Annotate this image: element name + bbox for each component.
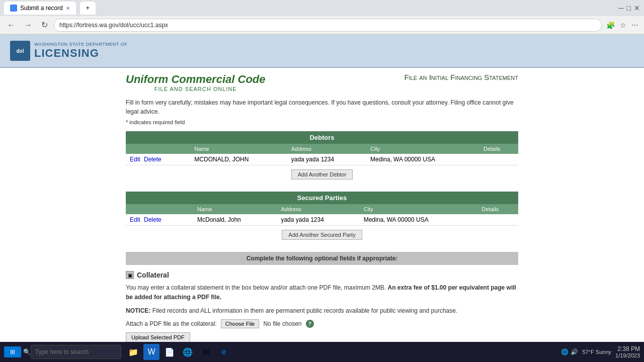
add-another-debtor-button[interactable]: Add Another Debtor: [291, 169, 353, 179]
debtor-city: Medina, WA 00000 USA: [366, 154, 479, 165]
taskbar-app-docs[interactable]: 📄: [162, 344, 178, 360]
browser-body: dol Washington State Department of Licen…: [0, 35, 644, 362]
debtors-section-title: Debtors: [126, 131, 518, 144]
table-row: Edit Delete McDonald, John yada yada 123…: [126, 214, 518, 226]
required-note: * indicates required field: [126, 119, 518, 125]
nav-right: 🧩 ☆ ⋯: [605, 20, 640, 31]
sp-col-details: Details: [478, 204, 518, 214]
debtor-actions: Edit Delete: [126, 154, 190, 165]
collateral-title: Collateral: [137, 271, 169, 279]
upload-selected-pdf-button[interactable]: Upload Selected PDF: [126, 332, 190, 342]
debtor-delete-link[interactable]: Delete: [144, 156, 162, 163]
debtors-col-actions: [126, 144, 190, 154]
sp-col-actions: [126, 204, 193, 214]
taskbar-app-word[interactable]: W: [143, 344, 159, 360]
add-sp-cell: Add Another Secured Party: [126, 226, 518, 244]
add-sp-row: Add Another Secured Party: [126, 226, 518, 244]
address-bar[interactable]: [54, 19, 602, 32]
debtors-col-city: City: [366, 144, 479, 154]
sp-edit-link[interactable]: Edit: [130, 216, 140, 223]
notice-label: NOTICE:: [126, 307, 150, 314]
logo-abbr: dol: [17, 48, 24, 54]
debtors-header-row: Debtors: [126, 131, 518, 144]
debtors-table: Debtors Name Address City Details Edit D…: [126, 131, 518, 184]
sp-city: Medina, WA 00000 USA: [360, 214, 478, 226]
add-debtor-cell: Add Another Debtor: [126, 165, 518, 184]
close-button[interactable]: ✕: [634, 4, 640, 12]
taskbar: ⊞ 🔍 📁 W 📄 🌐 ✉ e 🌐 🔊 57°F Sunny 2:38 PM 1…: [0, 342, 644, 362]
windows-icon: ⊞: [10, 348, 15, 355]
debtors-col-name: Name: [190, 144, 287, 154]
new-tab-icon: +: [86, 5, 90, 12]
ucc-main-title: Uniform Commercial Code: [126, 73, 266, 86]
collateral-header: ▣ Collateral: [126, 271, 518, 279]
main-content: Uniform Commercial Code File and Search …: [96, 68, 548, 362]
collapse-icon[interactable]: ▣: [126, 271, 134, 279]
taskbar-time: 2:38 PM: [615, 345, 640, 352]
sp-name: McDonald, John: [193, 214, 277, 226]
weather-display: 57°F Sunny: [582, 349, 611, 355]
no-file-text: No file chosen: [263, 320, 301, 327]
taskbar-apps: 📁 W 📄 🌐 ✉ e: [125, 344, 232, 360]
taskbar-app-edge[interactable]: e: [216, 344, 232, 360]
tab-title: Submit a record: [20, 5, 63, 12]
notice-text: NOTICE: Filed records and ALL informatio…: [126, 306, 518, 315]
sp-delete-link[interactable]: Delete: [144, 216, 162, 223]
minimize-button[interactable]: ─: [619, 4, 624, 12]
add-another-secured-party-button[interactable]: Add Another Secured Party: [282, 230, 362, 240]
choose-file-button[interactable]: Choose File: [221, 319, 260, 328]
debtor-details: [479, 154, 518, 165]
taskbar-search-input[interactable]: [31, 345, 121, 359]
site-header: dol Washington State Department of Licen…: [0, 35, 644, 68]
logo-licensing: Licensing: [34, 47, 127, 60]
back-button[interactable]: ←: [4, 20, 18, 31]
debtors-col-details: Details: [479, 144, 518, 154]
file-title: File an Initial Financing Statement: [404, 73, 518, 81]
taskbar-date: 1/19/2023: [615, 352, 640, 358]
sp-actions: Edit Delete: [126, 214, 193, 226]
forward-button[interactable]: →: [21, 20, 35, 31]
secured-parties-col-header-row: Name Address City Details: [126, 204, 518, 214]
table-row: Edit Delete MCDONALD, JOHN yada yada 123…: [126, 154, 518, 165]
collateral-desc1: You may enter a collateral statement in …: [126, 284, 386, 291]
collateral-desc: You may enter a collateral statement in …: [126, 283, 518, 302]
secured-parties-table: Secured Parties Name Address City Detail…: [126, 192, 518, 244]
search-icon: 🔍: [23, 348, 31, 355]
taskbar-clock[interactable]: 2:38 PM 1/19/2023: [615, 345, 640, 358]
taskbar-notify: 🌐 🔊: [561, 348, 578, 355]
taskbar-app-mail[interactable]: ✉: [198, 344, 214, 360]
file-input-row: Attach a PDF file as the collateral: Cho…: [126, 319, 518, 328]
file-input-label: Attach a PDF file as the collateral:: [126, 320, 217, 327]
notice-body: Filed records and ALL information in the…: [152, 307, 458, 314]
debtors-col-address: Address: [287, 144, 366, 154]
volume-icon[interactable]: 🔊: [571, 348, 578, 355]
favorites-button[interactable]: ☆: [618, 20, 628, 31]
restore-button[interactable]: □: [627, 4, 631, 12]
sp-col-name: Name: [193, 204, 277, 214]
browser-tab[interactable]: Submit a record ✕: [4, 2, 76, 15]
ucc-title: Uniform Commercial Code File and Search …: [126, 73, 266, 92]
taskbar-app-chrome[interactable]: 🌐: [180, 344, 196, 360]
sp-col-city: City: [360, 204, 478, 214]
debtor-edit-link[interactable]: Edit: [130, 156, 140, 163]
sp-details: [478, 214, 518, 226]
taskbar-right: 🌐 🔊 57°F Sunny 2:38 PM 1/19/2023: [561, 345, 640, 358]
logo-dept-line1: Washington State Department of: [34, 42, 127, 47]
extensions-button[interactable]: 🧩: [605, 20, 616, 31]
upload-btn-row: Upload Selected PDF: [126, 332, 518, 342]
browser-navbar: ← → ↻ 🧩 ☆ ⋯: [0, 16, 644, 34]
page-titles: Uniform Commercial Code File and Search …: [126, 73, 518, 92]
debtors-col-header-row: Name Address City Details: [126, 144, 518, 154]
browser-menu-button[interactable]: ⋯: [630, 20, 640, 31]
file-help-icon[interactable]: ?: [306, 320, 314, 328]
taskbar-app-file-explorer[interactable]: 📁: [125, 344, 141, 360]
page-content: dol Washington State Department of Licen…: [0, 35, 644, 362]
refresh-button[interactable]: ↻: [38, 19, 51, 31]
new-tab-button[interactable]: +: [80, 2, 96, 15]
debtor-address: yada yada 1234: [287, 154, 366, 165]
start-button[interactable]: ⊞: [4, 346, 21, 357]
secured-parties-section-title: Secured Parties: [126, 192, 518, 204]
tab-close-button[interactable]: ✕: [66, 6, 70, 11]
logo-box: dol Washington State Department of Licen…: [10, 41, 127, 61]
network-icon[interactable]: 🌐: [561, 348, 569, 355]
